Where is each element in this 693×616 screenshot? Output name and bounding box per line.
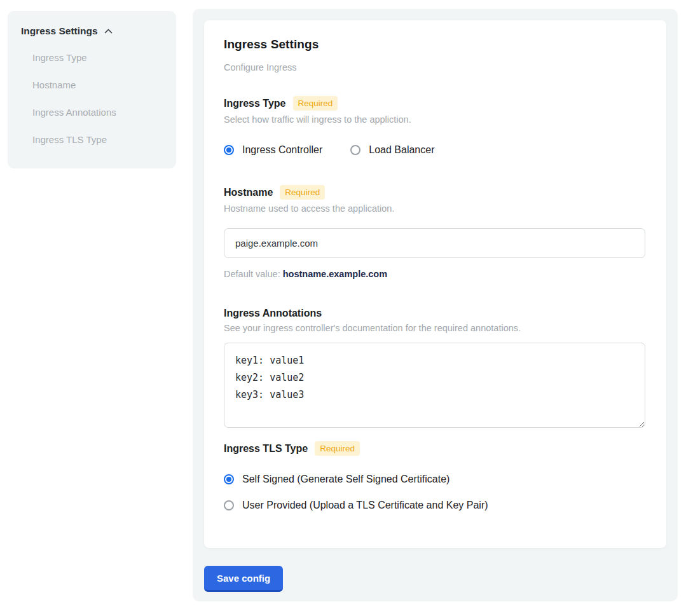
- radio-label: Load Balancer: [369, 144, 434, 156]
- ingress-type-description: Select how traffic will ingress to the a…: [224, 114, 647, 125]
- hostname-description: Hostname used to access the application.: [224, 203, 647, 214]
- radio-unchecked-icon[interactable]: [224, 500, 234, 510]
- ingress-annotations-label: Ingress Annotations: [224, 308, 322, 319]
- sidebar-section-header[interactable]: Ingress Settings: [21, 25, 163, 37]
- ingress-type-label: Ingress Type: [224, 98, 286, 109]
- sidebar-item-ingress-annotations[interactable]: Ingress Annotations: [32, 107, 163, 118]
- radio-load-balancer[interactable]: Load Balancer: [350, 144, 434, 156]
- radio-unchecked-icon[interactable]: [350, 145, 360, 155]
- sidebar-section-title: Ingress Settings: [21, 25, 98, 37]
- hostname-input[interactable]: [224, 228, 645, 258]
- radio-user-provided[interactable]: User Provided (Upload a TLS Certificate …: [224, 500, 647, 511]
- settings-panel: Ingress Settings Configure Ingress Ingre…: [193, 9, 678, 601]
- hostname-label: Hostname: [224, 187, 273, 198]
- sidebar-item-ingress-tls-type[interactable]: Ingress TLS Type: [32, 134, 163, 145]
- ingress-settings-card: Ingress Settings Configure Ingress Ingre…: [204, 20, 666, 548]
- section-ingress-annotations: Ingress Annotations See your ingress con…: [224, 308, 647, 428]
- radio-checked-icon[interactable]: [224, 145, 234, 155]
- ingress-type-options: Ingress Controller Load Balancer: [224, 144, 647, 156]
- radio-label: Self Signed (Generate Self Signed Certif…: [242, 474, 449, 485]
- radio-self-signed[interactable]: Self Signed (Generate Self Signed Certif…: [224, 474, 647, 485]
- radio-label: User Provided (Upload a TLS Certificate …: [242, 500, 488, 511]
- page-title: Ingress Settings: [224, 38, 647, 51]
- section-hostname: Hostname Required Hostname used to acces…: [224, 185, 647, 279]
- sidebar-item-hostname[interactable]: Hostname: [32, 79, 163, 90]
- hostname-default-value: Default value: hostname.example.com: [224, 269, 647, 279]
- required-badge: Required: [315, 441, 360, 456]
- sidebar-item-ingress-type[interactable]: Ingress Type: [32, 52, 163, 63]
- section-ingress-type: Ingress Type Required Select how traffic…: [224, 96, 647, 156]
- ingress-annotations-description: See your ingress controller's documentat…: [224, 323, 647, 333]
- section-ingress-tls-type: Ingress TLS Type Required Self Signed (G…: [224, 441, 647, 511]
- radio-ingress-controller[interactable]: Ingress Controller: [224, 144, 322, 156]
- ingress-annotations-textarea[interactable]: [224, 343, 645, 428]
- settings-sidebar: Ingress Settings Ingress Type Hostname I…: [8, 11, 176, 168]
- save-config-button[interactable]: Save config: [204, 566, 283, 592]
- sidebar-item-list: Ingress Type Hostname Ingress Annotation…: [21, 52, 163, 145]
- ingress-tls-type-label: Ingress TLS Type: [224, 443, 308, 455]
- default-value-prefix: Default value:: [224, 269, 283, 279]
- required-badge: Required: [293, 96, 338, 111]
- radio-checked-icon[interactable]: [224, 474, 234, 484]
- chevron-up-icon: [104, 27, 113, 36]
- ingress-tls-type-options: Self Signed (Generate Self Signed Certif…: [224, 474, 647, 511]
- page-subtitle: Configure Ingress: [224, 62, 647, 72]
- required-badge: Required: [280, 185, 325, 200]
- default-value-text: hostname.example.com: [283, 269, 387, 279]
- radio-label: Ingress Controller: [242, 144, 322, 156]
